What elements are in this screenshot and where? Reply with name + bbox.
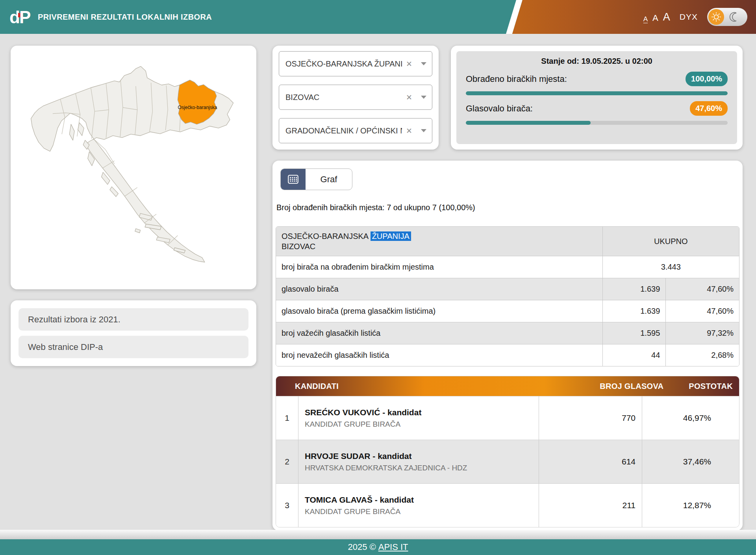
progress-fill [466,91,728,95]
status-card: Stanje od: 19.05.2025. u 02:00 Obrađeno … [451,46,743,150]
processed-stations-row: Obrađeno biračkih mjesta: 100,00% [466,72,728,86]
map-card: Osječko-baranjska [11,46,256,289]
copyright-text: 2025 © [348,542,376,552]
candidates-header-row: KANDIDATI BROJ GLASOVA POSTOTAK [276,376,739,396]
croatia-map[interactable]: Osječko-baranjska [14,50,253,286]
candidate-votes: 211 [539,484,642,527]
font-size-large-button[interactable]: A [663,12,670,22]
brand: d P PRIVREMENI REZULTATI LOKALNIH IZBORA [9,0,212,34]
processed-stations-badge: 100,00% [686,72,728,86]
links-card: Rezultati izbora iz 2021. Web stranice D… [11,300,256,366]
candidate-votes: 770 [539,396,642,440]
top-bar: d P PRIVREMENI REZULTATI LOKALNIH IZBORA… [0,0,756,34]
turnout-progressbar [466,121,728,125]
font-size-controls: A A A [643,12,670,22]
table-row: broj birača na obrađenim biračkim mjesti… [276,256,739,278]
font-size-medium-button[interactable]: A [652,14,658,22]
map-region-label: Osječko-baranjska [178,105,217,110]
dip-website-button[interactable]: Web stranice DIP-a [19,336,248,358]
processed-info-line: Broj obrađenih biračkih mjesta: 7 od uku… [276,203,475,212]
candidate-pct: 37,46% [642,440,717,483]
municipality-dropdown-value: BIZOVAC [285,93,402,102]
processed-stations-label: Obrađeno biračkih mjesta: [466,74,567,84]
race-dropdown-value: GRADONAČELNIK / OPĆINSKI NAČ... [285,126,402,135]
turnout-badge: 47,60% [690,101,728,116]
moon-icon [728,11,740,23]
theme-toggle[interactable] [707,8,747,26]
turnout-row: Glasovalo birača: 47,60% [466,101,728,116]
selected-text: ŽUPANIJA [371,231,411,241]
chevron-down-icon[interactable] [421,62,426,65]
view-toggle: Graf [280,168,352,190]
summary-header-row: OSJEČKO-BARANJSKA ŽUPANIJA BIZOVAC UKUPN… [276,227,739,256]
county-dropdown-value: OSJEČKO-BARANJSKA ŽUPANIJA [285,59,402,68]
candidate-votes: 614 [539,440,642,483]
candidate-party: KANDIDAT GRUPE BIRAČA [305,507,539,516]
summary-header-total: UKUPNO [603,227,739,256]
candidate-row: 1 SREĆKO VUKOVIĆ - kandidat KANDIDAT GRU… [276,396,739,440]
light-theme-button[interactable] [708,9,724,25]
turnout-label: Glasovalo birača: [466,104,533,114]
race-dropdown[interactable]: GRADONAČELNIK / OPĆINSKI NAČ... ✕ [279,118,432,143]
candidate-name: TOMICA GLAVAŠ - kandidat [305,495,539,505]
dyslexia-font-button[interactable]: DYX [680,12,698,22]
candidate-party: KANDIDAT GRUPE BIRAČA [305,420,539,429]
footer-shadow [0,530,756,539]
chevron-down-icon[interactable] [421,129,426,132]
candidate-row: 2 HRVOJE SUDAR - kandidat HRVATSKA DEMOK… [276,440,739,483]
summary-header-area: OSJEČKO-BARANJSKA ŽUPANIJA BIZOVAC [276,227,603,256]
filters-card: OSJEČKO-BARANJSKA ŽUPANIJA ✕ BIZOVAC ✕ G… [272,46,439,150]
clear-icon[interactable]: ✕ [402,93,416,102]
candidate-name: SREĆKO VUKOVIĆ - kandidat [305,408,539,417]
font-size-small-button[interactable]: A [643,16,648,22]
progress-fill [466,121,591,125]
clear-icon[interactable]: ✕ [402,126,416,135]
table-grid-icon [288,175,298,184]
dark-theme-button[interactable] [726,9,742,25]
apis-it-link[interactable]: APIS IT [378,542,408,552]
clear-icon[interactable]: ✕ [402,59,416,68]
footer: 2025 © APIS IT [0,539,756,555]
status-title: Stanje od: 19.05.2025. u 02:00 [466,57,728,66]
app-screen: d P PRIVREMENI REZULTATI LOKALNIH IZBORA… [0,0,756,555]
table-row: broj važećih glasačkih listića 1.595 97,… [276,322,739,344]
table-row: glasovalo birača (prema glasačkim listić… [276,300,739,322]
summary-table: OSJEČKO-BARANJSKA ŽUPANIJA BIZOVAC UKUPN… [276,226,739,366]
topbar-controls: A A A DYX [643,0,747,34]
processed-stations-progressbar [466,91,728,95]
candidate-row: 3 TOMICA GLAVAŠ - kandidat KANDIDAT GRUP… [276,483,739,527]
candidate-party: HRVATSKA DEMOKRATSKA ZAJEDNICA - HDZ [305,464,539,472]
table-view-button[interactable] [281,169,306,190]
candidate-name: HRVOJE SUDAR - kandidat [305,451,539,461]
candidate-pct: 46,97% [642,396,717,440]
graph-view-button[interactable]: Graf [306,169,352,190]
municipality-dropdown[interactable]: BIZOVAC ✕ [279,85,432,110]
sun-icon [711,12,721,22]
county-dropdown[interactable]: OSJEČKO-BARANJSKA ŽUPANIJA ✕ [279,51,432,76]
page-title: PRIVREMENI REZULTATI LOKALNIH IZBORA [38,13,212,22]
candidate-pct: 12,87% [642,484,717,527]
table-row: broj nevažećih glasačkih listića 44 2,68… [276,344,739,366]
results-card: Graf Broj obrađenih biračkih mjesta: 7 o… [272,161,743,531]
candidates-table: KANDIDATI BROJ GLASOVA POSTOTAK 1 SREĆKO… [276,376,739,527]
results-2021-button[interactable]: Rezultati izbora iz 2021. [19,308,248,331]
chevron-down-icon[interactable] [421,96,426,99]
status-panel: Stanje od: 19.05.2025. u 02:00 Obrađeno … [456,51,737,144]
dip-logo-icon: d P [9,7,30,27]
table-row: glasovalo birača 1.639 47,60% [276,278,739,300]
